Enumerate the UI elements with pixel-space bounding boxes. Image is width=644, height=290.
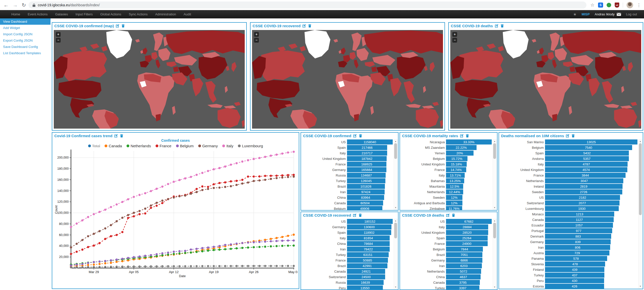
edit-icon[interactable]: [353, 134, 357, 138]
scroll-down-arrow[interactable]: ▼: [639, 285, 642, 288]
bar-label: Italy: [500, 162, 545, 166]
scroll-down-arrow[interactable]: ▼: [493, 285, 496, 289]
nav-item-galaxies[interactable]: Galaxies: [51, 12, 72, 16]
edit-icon[interactable]: [302, 24, 306, 28]
trash-icon[interactable]: [308, 24, 312, 28]
legend-item-luxembourg[interactable]: Luxembourg: [238, 144, 263, 148]
legend-item-total[interactable]: Total: [88, 144, 100, 148]
back-icon[interactable]: ←: [4, 3, 9, 8]
bar-value: 478: [572, 262, 578, 266]
bar-value: 883: [575, 235, 581, 238]
legend-dot: [198, 144, 201, 147]
bar-label: Spain: [302, 231, 347, 235]
trash-icon[interactable]: [121, 24, 125, 28]
edit-icon[interactable]: [460, 134, 464, 138]
scroll-thumb[interactable]: [493, 143, 496, 159]
map-zoom-in-button[interactable]: +: [56, 32, 61, 37]
legend-item-italy[interactable]: Italy: [222, 144, 233, 148]
scroll-thumb[interactable]: [394, 143, 397, 159]
scrollbar[interactable]: ▲▼: [493, 139, 497, 210]
scroll-up-arrow[interactable]: ▲: [493, 140, 496, 143]
nav-item-sync-actions[interactable]: Sync Actions: [125, 12, 151, 16]
legend-item-canada[interactable]: Canada: [105, 144, 122, 148]
bookmark-star-icon[interactable]: ☆: [590, 2, 595, 8]
map-zoom-in-button[interactable]: +: [254, 32, 259, 37]
bar-row-turkey: Turkey126045: [302, 178, 393, 183]
trash-icon[interactable]: [120, 134, 123, 138]
trash-icon[interactable]: [358, 213, 362, 217]
bar-row-ms-zaandam: MS Zaandam22.22%: [401, 145, 492, 150]
scrollbar[interactable]: ▲▼: [493, 219, 497, 289]
trash-icon[interactable]: [500, 24, 504, 28]
bar-track: 1213: [545, 212, 637, 217]
trash-icon[interactable]: [465, 134, 469, 138]
sidebar-item-add-widget[interactable]: Add Widget: [0, 25, 51, 31]
scroll-up-arrow[interactable]: ▲: [639, 140, 642, 143]
scrollbar[interactable]: ▲▼: [638, 139, 642, 288]
reload-icon[interactable]: ↻: [22, 3, 26, 8]
legend-item-netherlands[interactable]: Netherlands: [127, 144, 151, 148]
sidebar-item-import-config-json[interactable]: Import Config JSON: [0, 31, 51, 37]
edit-icon[interactable]: [446, 213, 450, 217]
address-bar[interactable]: covid-19.iglocska.eu/dashboards/index/: [29, 2, 586, 9]
legend-item-belgium[interactable]: Belgium: [176, 144, 194, 148]
bar-label: MS Zaandam: [401, 146, 446, 150]
nav-item-input-filters[interactable]: Input Filters: [72, 12, 96, 16]
bar-value: 165664: [361, 168, 372, 172]
map-zoom-out-button[interactable]: −: [56, 38, 61, 43]
map-zoom-out-button[interactable]: −: [452, 38, 457, 43]
edit-icon[interactable]: [114, 134, 118, 138]
sidebar-item-save-dashboard-config[interactable]: Save Dashboard Config: [0, 44, 51, 50]
scroll-thumb[interactable]: [394, 223, 397, 238]
user-menu[interactable]: Andras Iklody: [595, 12, 621, 16]
bar-label: United Kingdom: [401, 162, 446, 166]
legend-item-germany[interactable]: Germany: [198, 144, 218, 148]
scroll-up-arrow[interactable]: ▲: [394, 140, 397, 143]
profile-avatar[interactable]: [627, 2, 633, 8]
scrollbar[interactable]: ▲▼: [394, 139, 398, 210]
svg-text:20,000: 20,000: [59, 255, 69, 259]
scroll-up-arrow[interactable]: ▲: [493, 219, 496, 222]
edit-icon[interactable]: [116, 24, 119, 28]
envelope-icon[interactable]: [617, 13, 621, 16]
nav-item-audit[interactable]: Audit: [180, 12, 195, 16]
bar-track: 16639: [347, 280, 393, 285]
sidebar-item-list-dashboard-templates[interactable]: List Dashboard Templates: [0, 50, 51, 56]
scrollbar[interactable]: ▲▼: [394, 219, 398, 289]
bar: 24500: [347, 274, 385, 279]
edit-icon[interactable]: [495, 24, 499, 28]
browser-menu-icon[interactable]: ⋮: [637, 3, 641, 8]
nav-item-administration[interactable]: Administration: [152, 12, 180, 16]
sidebar-item-export-config-json[interactable]: Export Config JSON: [0, 37, 51, 44]
forward-icon[interactable]: →: [13, 3, 18, 8]
edit-icon[interactable]: [566, 134, 569, 138]
trash-icon[interactable]: [452, 213, 455, 217]
bar-row-brazil: Brazil101826: [302, 184, 393, 189]
nav-item-home[interactable]: Home: [8, 12, 24, 16]
scroll-up-arrow[interactable]: ▲: [394, 219, 397, 222]
extension-shield-icon[interactable]: u0: [615, 3, 619, 8]
legend-item-france[interactable]: France: [156, 144, 171, 148]
bar-row-france: France14.74%: [401, 167, 492, 172]
favorite-star-icon[interactable]: ★: [573, 12, 577, 17]
edit-icon[interactable]: [353, 213, 357, 217]
bar-value: 15.72%: [451, 157, 462, 161]
nav-item-global-actions[interactable]: Global Actions: [96, 12, 125, 16]
extension-green-icon[interactable]: [607, 3, 611, 7]
map-zoom-out-button[interactable]: −: [254, 38, 259, 43]
bar-label: Turkey: [500, 273, 545, 277]
brand-link[interactable]: MISP: [582, 12, 590, 16]
trash-icon[interactable]: [571, 134, 575, 138]
extension-s-icon[interactable]: S: [598, 3, 603, 8]
sidebar-item-view-dashboard[interactable]: View Dashboard: [0, 18, 51, 25]
trash-icon[interactable]: [359, 134, 362, 138]
logout-link[interactable]: Log out: [626, 12, 637, 16]
scroll-down-arrow[interactable]: ▼: [394, 206, 397, 209]
bar-label: France: [500, 173, 545, 177]
scroll-down-arrow[interactable]: ▼: [394, 285, 397, 289]
scroll-down-arrow[interactable]: ▼: [493, 206, 496, 209]
nav-item-event-actions[interactable]: Event Actions: [24, 12, 52, 16]
scroll-thumb[interactable]: [639, 143, 642, 215]
scroll-thumb[interactable]: [493, 223, 496, 238]
map-zoom-in-button[interactable]: +: [452, 32, 457, 37]
